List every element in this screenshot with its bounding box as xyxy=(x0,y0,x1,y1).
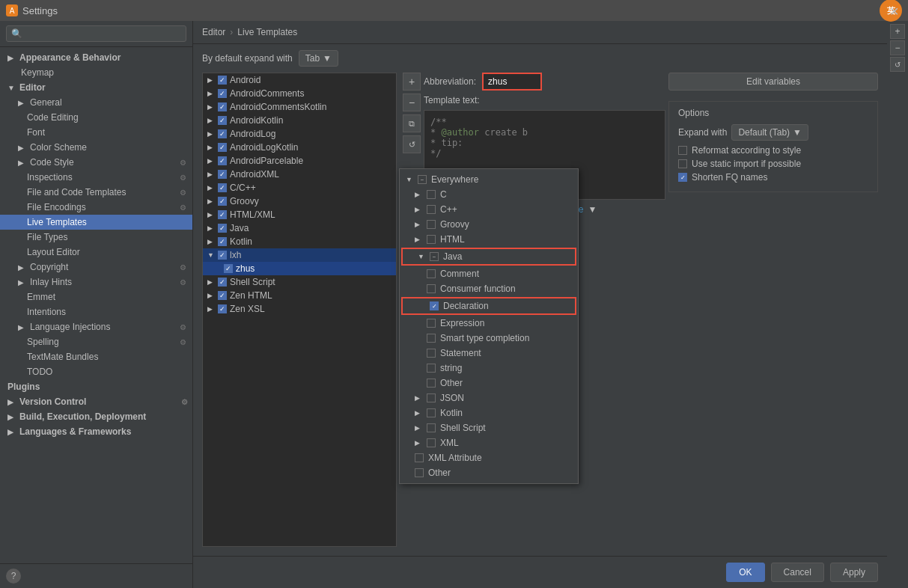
sidebar-item-file-types[interactable]: File Types xyxy=(0,230,192,245)
checkbox[interactable]: ✓ xyxy=(218,183,227,192)
popup-json[interactable]: ▶ JSON xyxy=(400,391,578,405)
search-input[interactable] xyxy=(6,25,186,42)
template-group-androidxml[interactable]: ▶ ✓ AndroidXML xyxy=(203,168,396,181)
popup-statement[interactable]: Statement xyxy=(400,346,578,361)
sidebar-item-code-editing[interactable]: Code Editing xyxy=(0,110,192,125)
sidebar-item-font[interactable]: Font xyxy=(0,125,192,140)
expression-checkbox[interactable] xyxy=(427,319,436,328)
template-group-ccpp[interactable]: ▶ ✓ C/C++ xyxy=(203,181,396,195)
popup-expression[interactable]: Expression xyxy=(400,316,578,331)
template-group-zen-html[interactable]: ▶ ✓ Zen HTML xyxy=(203,289,396,302)
sidebar-item-build-execution[interactable]: ▶ Build, Execution, Deployment xyxy=(0,409,192,424)
popup-html[interactable]: ▶ HTML xyxy=(400,232,578,247)
template-group-androidparcelable[interactable]: ▶ ✓ AndroidParcelable xyxy=(203,154,396,168)
consumer-checkbox[interactable] xyxy=(427,284,436,293)
html-checkbox[interactable] xyxy=(427,235,436,244)
template-group-lxh[interactable]: ▼ ✓ lxh xyxy=(203,248,396,262)
popup-comment[interactable]: Comment xyxy=(400,266,578,281)
sidebar-item-version-control[interactable]: ▶ Version Control ⚙ xyxy=(0,394,192,409)
smart-type-checkbox[interactable] xyxy=(427,334,436,343)
popup-consumer-function[interactable]: Consumer function xyxy=(400,281,578,296)
template-group-android-comments[interactable]: ▶ ✓ AndroidComments xyxy=(203,87,396,100)
scroll-minus-button[interactable]: − xyxy=(890,40,905,55)
sidebar-item-general[interactable]: ▶ General xyxy=(0,95,192,110)
template-group-groovy[interactable]: ▶ ✓ Groovy xyxy=(203,195,396,208)
popup-other-java[interactable]: Other xyxy=(400,376,578,391)
restore-template-button[interactable]: ↺ xyxy=(403,135,421,153)
sidebar-item-appearance[interactable]: ▶ Appearance & Behavior xyxy=(0,50,192,65)
template-group-androidlog[interactable]: ▶ ✓ AndroidLog xyxy=(203,127,396,141)
checkbox[interactable]: ✓ xyxy=(218,170,227,179)
popup-xml[interactable]: ▶ XML xyxy=(400,435,578,450)
checkbox[interactable]: ✓ xyxy=(218,237,227,246)
template-group-androidkotlin[interactable]: ▶ ✓ AndroidKotlin xyxy=(203,114,396,127)
popup-other[interactable]: Other xyxy=(400,465,578,480)
popup-cpp[interactable]: ▶ C++ xyxy=(400,202,578,217)
popup-c[interactable]: ▶ C xyxy=(400,187,578,202)
c-checkbox[interactable] xyxy=(427,190,436,199)
remove-template-button[interactable]: − xyxy=(403,94,421,111)
popup-declaration[interactable]: ✓ Declaration xyxy=(401,297,576,315)
template-group-androidlogkotlin[interactable]: ▶ ✓ AndroidLogKotlin xyxy=(203,141,396,154)
checkbox[interactable]: ✓ xyxy=(218,291,227,300)
popup-xml-attribute[interactable]: XML Attribute xyxy=(400,450,578,465)
declaration-checkbox[interactable]: ✓ xyxy=(430,301,439,310)
sidebar-item-live-templates[interactable]: Live Templates xyxy=(0,215,192,230)
template-group-androidcommentsKotlin[interactable]: ▶ ✓ AndroidCommentsKotlin xyxy=(203,100,396,114)
checkbox[interactable]: ✓ xyxy=(218,116,227,125)
template-group-zen-xsl[interactable]: ▶ ✓ Zen XSL xyxy=(203,302,396,316)
sidebar-item-plugins[interactable]: Plugins xyxy=(0,379,192,394)
expand-with-dropdown[interactable]: Tab ▼ xyxy=(299,50,338,67)
template-group-shell-script[interactable]: ▶ ✓ Shell Script xyxy=(203,275,396,289)
sidebar-item-inspections[interactable]: Inspections ⚙ xyxy=(0,170,192,185)
popup-shell[interactable]: ▶ Shell Script xyxy=(400,420,578,435)
popup-kotlin[interactable]: ▶ Kotlin xyxy=(400,405,578,420)
xml-checkbox[interactable] xyxy=(427,438,436,447)
expand-with-options-dropdown[interactable]: Default (Tab) ▼ xyxy=(731,124,808,141)
template-group-android[interactable]: ▶ ✓ Android xyxy=(203,73,396,87)
help-button[interactable]: ? xyxy=(6,569,21,584)
scroll-restore-button[interactable]: ↺ xyxy=(890,57,905,72)
sidebar-item-copyright[interactable]: ▶ Copyright ⚙ xyxy=(0,260,192,275)
template-group-htmlxml[interactable]: ▶ ✓ HTML/XML xyxy=(203,208,396,221)
checkbox[interactable]: ✓ xyxy=(218,251,227,260)
abbreviation-input[interactable] xyxy=(482,73,542,91)
sidebar-item-editor[interactable]: ▼ Editor xyxy=(0,80,192,95)
close-icon[interactable]: ✕ xyxy=(889,4,899,19)
sidebar-item-languages[interactable]: ▶ Languages & Frameworks xyxy=(0,424,192,439)
sidebar-item-spelling[interactable]: Spelling ⚙ xyxy=(0,334,192,349)
checkbox[interactable]: ✓ xyxy=(218,89,227,98)
sidebar-item-inlay-hints[interactable]: ▶ Inlay Hints ⚙ xyxy=(0,275,192,290)
popup-java[interactable]: ▼ − Java xyxy=(401,248,576,266)
sidebar-item-color-scheme[interactable]: ▶ Color Scheme xyxy=(0,140,192,155)
checkbox[interactable]: ✓ xyxy=(218,143,227,152)
checkbox[interactable]: ✓ xyxy=(218,210,227,219)
cpp-checkbox[interactable] xyxy=(427,205,436,214)
checkbox[interactable]: ✓ xyxy=(218,197,227,206)
groovy-checkbox[interactable] xyxy=(427,220,436,229)
edit-variables-button[interactable]: Edit variables xyxy=(668,73,878,91)
reformat-checkbox[interactable] xyxy=(678,146,687,155)
sidebar-item-file-encodings[interactable]: File Encodings ⚙ xyxy=(0,200,192,215)
popup-string[interactable]: string xyxy=(400,361,578,376)
checkbox[interactable]: ✓ xyxy=(224,264,233,273)
sidebar-item-textmate-bundles[interactable]: TextMate Bundles xyxy=(0,349,192,364)
json-checkbox[interactable] xyxy=(427,393,436,402)
other-java-checkbox[interactable] xyxy=(427,379,436,388)
sidebar-item-emmet[interactable]: Emmet xyxy=(0,290,192,304)
xml-attr-checkbox[interactable] xyxy=(415,453,424,462)
java-checkbox[interactable]: − xyxy=(430,252,439,261)
popup-smart-type[interactable]: Smart type completion xyxy=(400,331,578,346)
scroll-up-button[interactable]: + xyxy=(890,24,905,39)
sidebar-item-language-injections[interactable]: ▶ Language Injections ⚙ xyxy=(0,319,192,334)
ok-button[interactable]: OK xyxy=(726,563,764,582)
other-checkbox[interactable] xyxy=(415,468,424,477)
sidebar-item-intentions[interactable]: Intentions xyxy=(0,304,192,319)
checkbox[interactable]: ✓ xyxy=(218,224,227,233)
template-group-java[interactable]: ▶ ✓ Java xyxy=(203,221,396,235)
statement-checkbox[interactable] xyxy=(427,349,436,358)
sidebar-item-keymap[interactable]: Keymap xyxy=(0,65,192,80)
checkbox[interactable]: ✓ xyxy=(218,304,227,313)
sidebar-item-layout-editor[interactable]: Layout Editor xyxy=(0,245,192,260)
shell-checkbox[interactable] xyxy=(427,423,436,432)
